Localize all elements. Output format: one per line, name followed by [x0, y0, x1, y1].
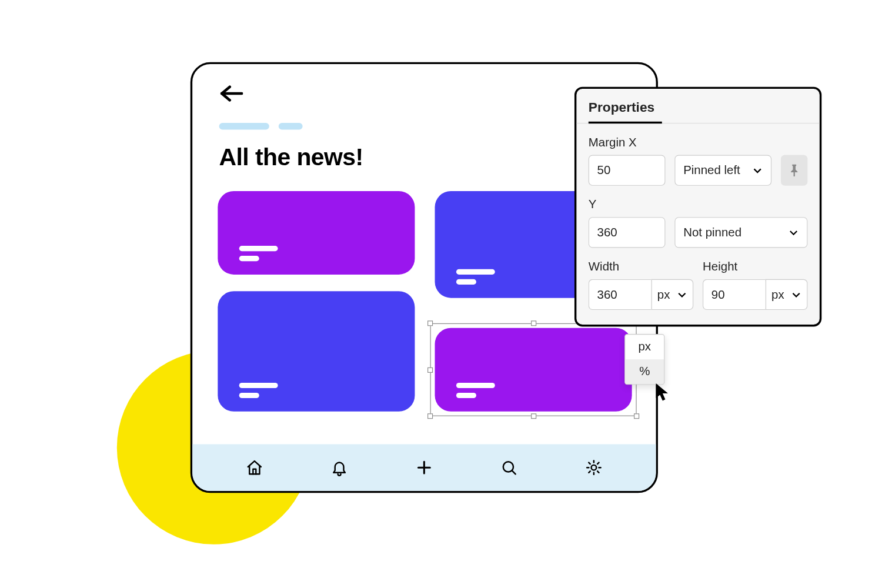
- bottom-tab-bar: [192, 444, 656, 491]
- resize-handle[interactable]: [531, 320, 536, 326]
- card-grid: [218, 191, 630, 418]
- width-label: Width: [589, 260, 693, 274]
- height-unit-select[interactable]: px: [766, 279, 808, 310]
- y-label: Y: [589, 198, 808, 212]
- news-card[interactable]: [218, 291, 415, 411]
- properties-panel: Properties Margin X 50 Pinned left Y: [574, 87, 821, 327]
- news-card[interactable]: [218, 191, 415, 275]
- y-input[interactable]: 360: [589, 217, 666, 248]
- resize-handle[interactable]: [427, 367, 433, 372]
- margin-x-input[interactable]: 50: [589, 155, 666, 186]
- width-input[interactable]: 360: [589, 279, 652, 310]
- news-card-selected[interactable]: [435, 328, 632, 412]
- properties-panel-title: Properties: [576, 89, 820, 123]
- plus-icon[interactable]: [416, 459, 433, 476]
- chevron-down-icon: [752, 165, 763, 176]
- chevron-down-icon: [677, 289, 687, 300]
- y-pin-select[interactable]: Not pinned: [674, 217, 807, 248]
- back-arrow-icon[interactable]: [219, 84, 630, 103]
- unit-option-percent[interactable]: %: [625, 359, 664, 384]
- search-icon[interactable]: [500, 459, 518, 476]
- chevron-down-icon: [791, 289, 801, 300]
- mouse-cursor-icon: [654, 382, 670, 405]
- gear-icon[interactable]: [585, 459, 603, 476]
- width-unit-select[interactable]: px: [652, 279, 694, 310]
- resize-handle[interactable]: [634, 413, 639, 419]
- page-title: All the news!: [219, 143, 630, 171]
- home-icon[interactable]: [246, 459, 263, 476]
- height-input[interactable]: 90: [703, 279, 766, 310]
- breadcrumb-placeholder: [219, 123, 630, 129]
- margin-x-pin-select[interactable]: Pinned left: [674, 155, 771, 186]
- height-label: Height: [703, 260, 807, 274]
- chevron-down-icon: [788, 227, 799, 238]
- unit-option-px[interactable]: px: [625, 335, 664, 359]
- svg-point-1: [591, 465, 596, 470]
- pin-icon: [789, 164, 800, 176]
- resize-handle[interactable]: [531, 413, 536, 419]
- bell-icon[interactable]: [331, 459, 349, 476]
- width-unit-dropdown: px %: [624, 334, 664, 385]
- resize-handle[interactable]: [427, 413, 433, 419]
- pin-button[interactable]: [781, 155, 807, 186]
- margin-x-label: Margin X: [589, 136, 808, 150]
- resize-handle[interactable]: [427, 320, 433, 326]
